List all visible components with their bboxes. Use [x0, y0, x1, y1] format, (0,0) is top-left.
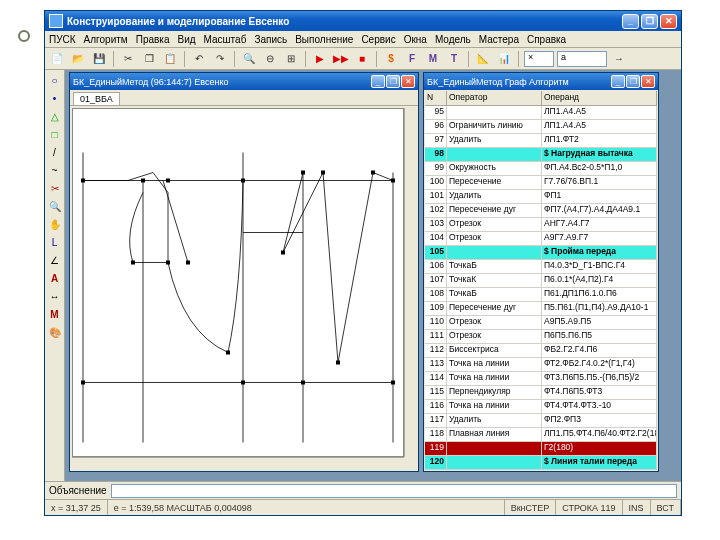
menu-item[interactable]: Справка [527, 34, 566, 45]
t-icon[interactable]: T [445, 50, 463, 68]
table-row[interactable]: 101УдалитьФП1 [425, 190, 657, 204]
menu-item[interactable]: Модель [435, 34, 471, 45]
table-row[interactable]: 97УдалитьЛП1.ФТ2 [425, 134, 657, 148]
drawing-canvas[interactable] [72, 108, 404, 457]
col-n[interactable]: N [425, 91, 447, 105]
svg-rect-26 [391, 381, 395, 385]
tool-m-icon[interactable]: M [47, 306, 63, 322]
zoom-in-icon[interactable]: 🔍 [240, 50, 258, 68]
tool-dim-icon[interactable]: ↔ [47, 288, 63, 304]
f-icon[interactable]: F [403, 50, 421, 68]
child-maximize-button[interactable]: ❐ [626, 75, 640, 88]
child-minimize-button[interactable]: _ [611, 75, 625, 88]
layers-icon[interactable]: 📊 [495, 50, 513, 68]
tool-sq-icon[interactable]: □ [47, 126, 63, 142]
menu-item[interactable]: Правка [136, 34, 170, 45]
table-row[interactable]: 107ТочкаКП6.0.1*(А4,П2).Г4 [425, 274, 657, 288]
table-row[interactable]: 100ПересечениеГ7.76/76.ВП.1 [425, 176, 657, 190]
stop-icon[interactable]: ■ [353, 50, 371, 68]
paste-icon[interactable]: 📋 [161, 50, 179, 68]
new-icon[interactable]: 📄 [48, 50, 66, 68]
table-row[interactable]: 96Ограничить линиюЛП1.А4.А5 [425, 120, 657, 134]
table-row[interactable]: 117УдалитьФП2.ФП3 [425, 414, 657, 428]
combo-2[interactable]: a [557, 51, 607, 67]
table-row[interactable]: 108ТочкаБП61.ДП1П6.1.0.П6 [425, 288, 657, 302]
table-row[interactable]: 112БиссектрисаФБ2.Г2.Г4.П6 [425, 344, 657, 358]
close-button[interactable]: ✕ [660, 14, 677, 29]
menu-item[interactable]: Выполнение [295, 34, 353, 45]
svg-rect-16 [186, 261, 190, 265]
menu-item[interactable]: Масштаб [204, 34, 247, 45]
go-icon[interactable]: → [610, 50, 628, 68]
tool-circle-icon[interactable]: ○ [47, 72, 63, 88]
tool-l-icon[interactable]: L [47, 234, 63, 250]
menu-item[interactable]: Вид [177, 34, 195, 45]
child-close-button[interactable]: ✕ [401, 75, 415, 88]
open-icon[interactable]: 📂 [69, 50, 87, 68]
col-op[interactable]: Оператор [447, 91, 542, 105]
step-icon[interactable]: ▶▶ [332, 50, 350, 68]
table-row[interactable]: 115ПерпендикулярФТ4.П6П5.ФТ3 [425, 386, 657, 400]
menu-item[interactable]: Алгоритм [84, 34, 128, 45]
table-row[interactable]: 116Точка на линииФТ4.ФТ4.ФТ3.-10 [425, 400, 657, 414]
zoom-out-icon[interactable]: ⊖ [261, 50, 279, 68]
cut-icon[interactable]: ✂ [119, 50, 137, 68]
combo-1[interactable]: × [524, 51, 554, 67]
svg-line-7 [163, 181, 188, 263]
tool-dot-icon[interactable]: • [47, 90, 63, 106]
save-icon[interactable]: 💾 [90, 50, 108, 68]
menu-item[interactable]: Окна [404, 34, 427, 45]
table-row[interactable]: 99ОкружностьФП.А4.Вс2-0.5*П1,0 [425, 162, 657, 176]
hscrollbar[interactable] [72, 457, 404, 471]
tool-cut-icon[interactable]: ✂ [47, 180, 63, 196]
child-maximize-button[interactable]: ❐ [386, 75, 400, 88]
table-row[interactable]: 114Точка на линииФТ3.П6П5.П5.-(П6,П5)/2 [425, 372, 657, 386]
table-row[interactable]: 109Пересечение дугП5.П61.(П1,П4).А9.ДА10… [425, 302, 657, 316]
tool-hand-icon[interactable]: ✋ [47, 216, 63, 232]
copy-icon[interactable]: ❐ [140, 50, 158, 68]
tool-curve-icon[interactable]: ~ [47, 162, 63, 178]
table-row[interactable]: 105$ Пройма переда [425, 246, 657, 260]
table-row[interactable]: 102Пересечение дугФП7.(А4,Г7).А4.ДА4А9.1 [425, 204, 657, 218]
menu-item[interactable]: Мастера [479, 34, 519, 45]
child-close-button[interactable]: ✕ [641, 75, 655, 88]
play-icon[interactable]: ▶ [311, 50, 329, 68]
tool-pal-icon[interactable]: 🎨 [47, 324, 63, 340]
table-row[interactable]: 113Точка на линииФТ2.ФБ2.Г4.0.2*(Г1,Г4) [425, 358, 657, 372]
table-row[interactable]: 95ЛП1.А4.А5 [425, 106, 657, 120]
tab-01[interactable]: 01_ВБА [73, 92, 120, 105]
algorithm-grid[interactable]: N Оператор Операнд 95ЛП1.А4.А596Ограничи… [425, 91, 657, 470]
child-minimize-button[interactable]: _ [371, 75, 385, 88]
dollar-icon[interactable]: $ [382, 50, 400, 68]
table-row[interactable]: 111ОтрезокП6П5.П6.П5 [425, 330, 657, 344]
table-row[interactable]: 104ОтрезокА9Г7.А9.Г7 [425, 232, 657, 246]
menu-item[interactable]: Запись [254, 34, 287, 45]
explanation-input[interactable] [111, 484, 677, 498]
m-icon[interactable]: M [424, 50, 442, 68]
table-row[interactable]: 110ОтрезокА9П5.А9.П5 [425, 316, 657, 330]
grid-body[interactable]: 95ЛП1.А4.А596Ограничить линиюЛП1.А4.А597… [425, 106, 657, 470]
table-row[interactable]: 98$ Нагрудная вытачка [425, 148, 657, 162]
col-val[interactable]: Операнд [542, 91, 657, 105]
maximize-button[interactable]: ❐ [641, 14, 658, 29]
redo-icon[interactable]: ↷ [211, 50, 229, 68]
vscrollbar[interactable] [404, 108, 418, 457]
tool-tri-icon[interactable]: △ [47, 108, 63, 124]
table-row[interactable]: 119Г2(180) [425, 442, 657, 456]
svg-rect-12 [241, 179, 245, 183]
table-row[interactable]: 118Плавная линияЛП1.П5.ФТ4.П6/40.ФТ2.Г2(… [425, 428, 657, 442]
ruler-icon[interactable]: 📐 [474, 50, 492, 68]
table-row[interactable]: 120$ Линия талии переда [425, 456, 657, 470]
menu-item[interactable]: ПУСК [49, 34, 76, 45]
menu-item[interactable]: Сервис [361, 34, 395, 45]
zoom-fit-icon[interactable]: ⊞ [282, 50, 300, 68]
table-row[interactable]: 103ОтрезокАНГ7.А4.Г7 [425, 218, 657, 232]
tool-a-icon[interactable]: A [47, 270, 63, 286]
undo-icon[interactable]: ↶ [190, 50, 208, 68]
drawing-titlebar: БК_ЕдиныйМетод (96:144:7) Евсенко _ ❐ ✕ [70, 73, 418, 90]
table-row[interactable]: 106ТочкаБП4.0.3*D_Г1-ВПС.Г4 [425, 260, 657, 274]
tool-zoom-icon[interactable]: 🔍 [47, 198, 63, 214]
tool-line-icon[interactable]: / [47, 144, 63, 160]
minimize-button[interactable]: _ [622, 14, 639, 29]
tool-angle-icon[interactable]: ∠ [47, 252, 63, 268]
